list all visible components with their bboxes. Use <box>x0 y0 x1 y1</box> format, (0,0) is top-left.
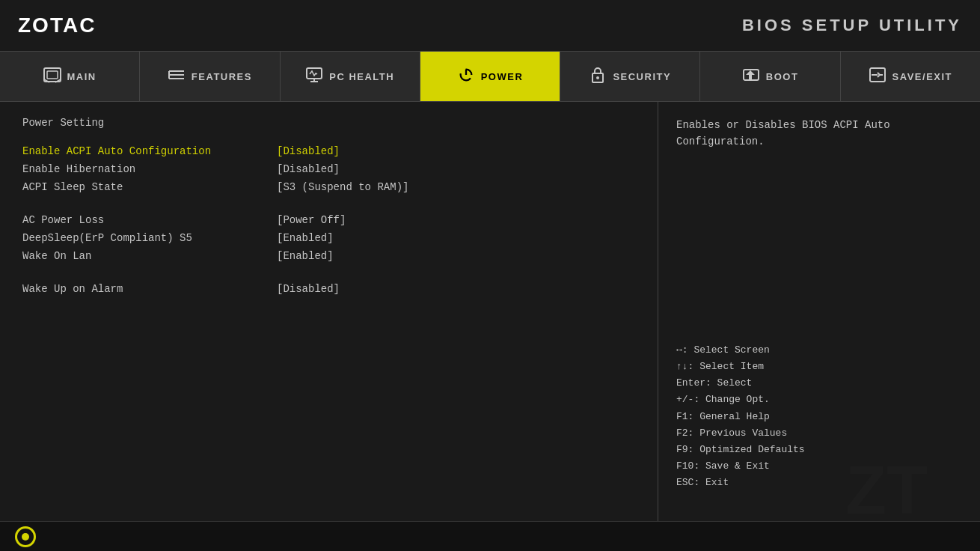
tab-saveexit-label: SAVE/EXIT <box>892 71 952 82</box>
security-icon <box>589 67 607 87</box>
tab-pchealth[interactable]: PC HEALTH <box>281 52 420 101</box>
power-icon <box>457 67 475 87</box>
shortcut-esc: ESC: Exit <box>676 475 805 491</box>
shortcut-f10: F10: Save & Exit <box>676 458 805 475</box>
footer <box>0 521 980 551</box>
right-panel: Enables or Disables BIOS ACPI Auto Confi… <box>658 102 980 551</box>
setting-row-wakealarm[interactable]: Wake Up on Alarm [Disabled] <box>22 281 635 296</box>
tab-security-label: SECURITY <box>613 71 671 82</box>
tab-power-label: POWER <box>481 71 524 82</box>
svg-text:ZT: ZT <box>845 453 928 528</box>
setting-row-deepsleep[interactable]: DeepSleep(ErP Compliant) S5 [Enabled] <box>22 231 635 246</box>
shortcut-enter: Enter: Select <box>676 375 805 392</box>
shortcut-f1: F1: General Help <box>676 409 805 425</box>
tab-boot-label: BOOT <box>766 71 799 82</box>
setting-name-wakealarm: Wake Up on Alarm <box>22 283 277 295</box>
tab-main-label: MAIN <box>67 71 97 82</box>
setting-value-acpi: [Disabled] <box>277 145 340 157</box>
setting-name-acpi: Enable ACPI Auto Configuration <box>22 145 277 157</box>
setting-value-wakealarm: [Disabled] <box>277 283 340 295</box>
svg-rect-8 <box>307 68 322 79</box>
setting-value-hibernation: [Disabled] <box>277 163 340 175</box>
shortcut-select-item: ↑↓: Select Item <box>676 359 805 375</box>
footer-icon <box>15 526 36 547</box>
tab-pchealth-label: PC HEALTH <box>329 71 394 82</box>
svg-point-14 <box>596 76 599 79</box>
settings-group-1: Enable ACPI Auto Configuration [Disabled… <box>22 144 635 195</box>
content-area: Power Setting Enable ACPI Auto Configura… <box>0 102 980 551</box>
setting-value-acpower: [Power Off] <box>277 214 346 226</box>
tab-security[interactable]: SECURITY <box>560 52 700 101</box>
setting-value-wakelan: [Enabled] <box>277 250 334 262</box>
help-description: Enables or Disables BIOS ACPI Auto Confi… <box>676 117 962 150</box>
footer-icon-inner <box>22 533 29 541</box>
setting-name-sleep: ACPI Sleep State <box>22 181 277 193</box>
pchealth-icon <box>305 67 323 87</box>
settings-group-3: Wake Up on Alarm [Disabled] <box>22 281 635 296</box>
svg-rect-1 <box>47 71 58 79</box>
boot-icon <box>742 67 760 87</box>
setting-row-wakelan[interactable]: Wake On Lan [Enabled] <box>22 249 635 264</box>
settings-group-2: AC Power Loss [Power Off] DeepSleep(ErP … <box>22 213 635 264</box>
nav-bar: MAIN FEATURES PC HEALTH <box>0 51 980 102</box>
tab-power[interactable]: POWER <box>420 52 560 101</box>
shortcuts-panel: ↔: Select Screen ↑↓: Select Item Enter: … <box>676 342 805 491</box>
bios-title: BIOS SETUP UTILITY <box>742 16 962 35</box>
main-icon <box>43 67 61 87</box>
setting-name-hibernation: Enable Hibernation <box>22 163 277 175</box>
tab-saveexit[interactable]: SAVE/EXIT <box>841 52 980 101</box>
left-panel: Power Setting Enable ACPI Auto Configura… <box>0 102 658 551</box>
section-title: Power Setting <box>22 117 635 129</box>
setting-row-sleep[interactable]: ACPI Sleep State [S3 (Suspend to RAM)] <box>22 180 635 195</box>
features-icon <box>168 67 186 87</box>
setting-row-hibernation[interactable]: Enable Hibernation [Disabled] <box>22 162 635 177</box>
logo: ZOTAC <box>18 13 96 37</box>
setting-row-acpower[interactable]: AC Power Loss [Power Off] <box>22 213 635 228</box>
setting-row-acpi[interactable]: Enable ACPI Auto Configuration [Disabled… <box>22 144 635 159</box>
tab-boot[interactable]: BOOT <box>700 52 840 101</box>
saveexit-icon <box>869 67 886 87</box>
tab-features[interactable]: FEATURES <box>140 52 280 101</box>
setting-value-deepsleep: [Enabled] <box>277 232 334 244</box>
setting-name-wakelan: Wake On Lan <box>22 250 277 262</box>
tab-features-label: FEATURES <box>192 71 252 82</box>
shortcut-select-screen: ↔: Select Screen <box>676 342 805 359</box>
setting-value-sleep: [S3 (Suspend to RAM)] <box>277 181 408 193</box>
tab-main[interactable]: MAIN <box>0 52 140 101</box>
shortcut-f9: F9: Optimized Defaults <box>676 442 805 458</box>
header: ZOTAC BIOS SETUP UTILITY <box>0 0 980 51</box>
shortcut-f2: F2: Previous Values <box>676 425 805 442</box>
setting-name-deepsleep: DeepSleep(ErP Compliant) S5 <box>22 232 277 244</box>
setting-name-acpower: AC Power Loss <box>22 214 277 226</box>
shortcut-change: +/-: Change Opt. <box>676 392 805 408</box>
